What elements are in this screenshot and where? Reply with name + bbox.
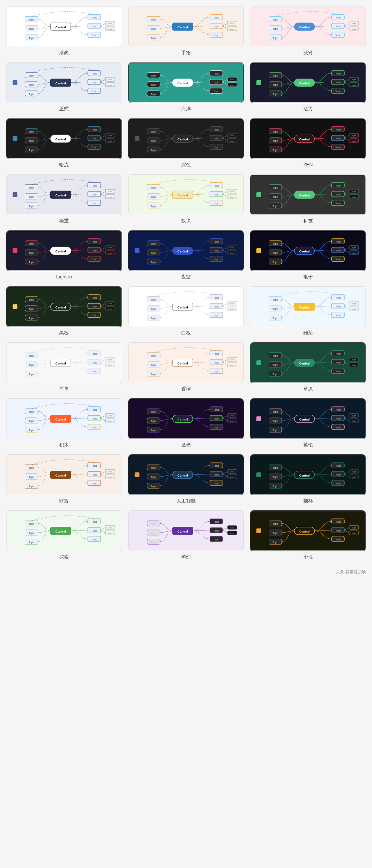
- theme-item-caoyuan[interactable]: Topic Topic Topic Topic Topic Topic topi…: [250, 342, 366, 392]
- svg-text:topic: topic: [230, 308, 234, 310]
- svg-text:topic: topic: [108, 415, 112, 417]
- svg-text:Topic: Topic: [273, 299, 279, 301]
- theme-item-lighten[interactable]: Topic Topic Topic Topic Topic Topic topi…: [6, 230, 122, 280]
- theme-item-qinghuan[interactable]: Topic Topic Topic Topic Topic Topic topi…: [128, 510, 244, 560]
- svg-text:topic: topic: [230, 23, 234, 25]
- svg-text:Topic: Topic: [335, 538, 341, 541]
- svg-text:Central: Central: [177, 530, 188, 533]
- theme-item-youbei[interactable]: Topic Topic Topic Topic Topic Topic topi…: [250, 454, 366, 504]
- theme-item-zhuju[interactable]: Topic Topic Topic Topic Topic Topic topi…: [250, 286, 366, 336]
- theme-item-jimu[interactable]: Topic Topic Topic Topic Topic Topic topi…: [6, 398, 122, 448]
- theme-item-paidui[interactable]: Topic Topic Topic Topic Topic Topic topi…: [250, 6, 366, 56]
- svg-text:Topic: Topic: [213, 353, 219, 355]
- theme-item-gexing[interactable]: Topic Topic Topic Topic Topic Topic topi…: [250, 510, 366, 560]
- svg-text:Topic: Topic: [29, 299, 35, 301]
- svg-text:Topic: Topic: [29, 523, 35, 525]
- theme-label-youbei: 幽杯: [303, 498, 313, 504]
- theme-item-zen[interactable]: Topic Topic Topic Topic Topic Topic topi…: [250, 118, 366, 168]
- theme-item-jiandan[interactable]: Topic Topic Topic Topic Topic Topic topi…: [6, 342, 122, 392]
- themes-grid: Topic Topic Topic Topic Topic Topic topi…: [0, 0, 372, 566]
- svg-text:Topic: Topic: [91, 202, 97, 205]
- theme-item-anliu[interactable]: Topic Topic Topic Topic Topic Topic topi…: [6, 118, 122, 168]
- theme-item-baiban[interactable]: Topic Topic Topic Topic Topic Topic topi…: [128, 286, 244, 336]
- svg-text:Topic: Topic: [213, 193, 219, 196]
- svg-text:Topic: Topic: [29, 205, 35, 208]
- svg-text:Topic: Topic: [335, 465, 341, 467]
- svg-text:Topic: Topic: [273, 373, 279, 376]
- svg-text:Topic: Topic: [213, 521, 219, 523]
- svg-text:Topic: Topic: [91, 314, 97, 317]
- svg-text:Topic: Topic: [29, 37, 35, 40]
- svg-text:topic: topic: [108, 23, 112, 25]
- theme-item-xiangluo[interactable]: Topic Topic Topic Topic Topic Topic topi…: [128, 342, 244, 392]
- svg-text:Topic: Topic: [335, 305, 341, 308]
- svg-text:topic: topic: [108, 191, 112, 193]
- svg-text:topic: topic: [230, 196, 234, 198]
- svg-text:Topic: Topic: [151, 411, 157, 413]
- svg-text:Topic: Topic: [151, 373, 157, 376]
- svg-text:Topic: Topic: [91, 137, 97, 140]
- theme-item-caifu[interactable]: Topic Topic Topic Topic Topic Topic topi…: [6, 454, 122, 504]
- theme-item-zhengshi[interactable]: Topic Topic Topic Topic Topic Topic topi…: [6, 62, 122, 112]
- svg-text:Topic: Topic: [213, 473, 219, 476]
- svg-text:Topic: Topic: [151, 485, 157, 488]
- svg-rect-433: [256, 360, 261, 365]
- theme-label-qingshuang: 清爽: [59, 50, 69, 56]
- theme-item-tansuo[interactable]: Topic Topic Topic Topic Topic Topic topi…: [6, 510, 122, 560]
- svg-text:Central: Central: [299, 418, 310, 421]
- svg-text:Topic: Topic: [91, 473, 97, 476]
- theme-preview-gexing: Topic Topic Topic Topic Topic Topic topi…: [250, 510, 366, 551]
- svg-text:Central: Central: [55, 474, 66, 477]
- theme-item-heiban[interactable]: Topic Topic Topic Topic Topic Topic topi…: [6, 286, 122, 336]
- theme-item-dianzi[interactable]: Topic Topic Topic Topic Topic Topic topi…: [250, 230, 366, 280]
- theme-preview-zen: Topic Topic Topic Topic Topic Topic topi…: [250, 118, 366, 159]
- theme-item-yekong[interactable]: Topic Topic Topic Topic Topic Topic topi…: [128, 230, 244, 280]
- theme-item-shense[interactable]: Topic Topic Topic Topic Topic Topic topi…: [128, 118, 244, 168]
- svg-rect-540: [134, 472, 139, 477]
- theme-preview-zhengshi: Topic Topic Topic Topic Topic Topic topi…: [6, 62, 122, 103]
- theme-item-jiguang[interactable]: Topic Topic Topic Topic Topic Topic topi…: [128, 398, 244, 448]
- svg-text:topic: topic: [230, 532, 234, 534]
- svg-rect-239: [256, 192, 261, 197]
- svg-text:Topic: Topic: [213, 81, 219, 84]
- theme-item-rengong[interactable]: Topic Topic Topic Topic Topic Topic topi…: [128, 454, 244, 504]
- theme-preview-dianzi: Topic Topic Topic Topic Topic Topic topi…: [250, 230, 366, 271]
- theme-item-shohui[interactable]: Topic Topic Topic Topic Topic Topic topi…: [128, 6, 244, 56]
- theme-preview-tansuo: Topic Topic Topic Topic Topic Topic topi…: [6, 510, 122, 551]
- theme-item-qingshuang[interactable]: Topic Topic Topic Topic Topic Topic topi…: [6, 6, 122, 56]
- svg-text:topic: topic: [230, 364, 234, 366]
- svg-text:Central: Central: [55, 530, 66, 533]
- svg-text:Central: Central: [299, 474, 310, 477]
- svg-text:Topic: Topic: [213, 426, 219, 429]
- svg-text:topic: topic: [352, 420, 356, 422]
- svg-text:Topic: Topic: [29, 420, 35, 423]
- svg-text:Topic: Topic: [151, 130, 157, 133]
- svg-text:Topic: Topic: [29, 84, 35, 86]
- theme-preview-haiyang: Topic Topic Topic Topic Topic Topic topi…: [128, 62, 244, 103]
- theme-item-wenzhong[interactable]: Topic Topic Topic Topic Topic Topic topi…: [6, 174, 122, 224]
- svg-text:Topic: Topic: [335, 529, 341, 532]
- svg-text:Topic: Topic: [91, 34, 97, 37]
- theme-item-yinglun[interactable]: Topic Topic Topic Topic Topic Topic topi…: [250, 398, 366, 448]
- svg-text:Topic: Topic: [213, 146, 219, 149]
- svg-text:Topic: Topic: [29, 317, 35, 320]
- svg-text:Topic: Topic: [213, 249, 219, 252]
- theme-item-huoli[interactable]: Topic Topic Topic Topic Topic Topic topi…: [250, 62, 366, 112]
- svg-text:topic: topic: [352, 191, 356, 193]
- svg-rect-562: [256, 472, 261, 477]
- svg-text:Topic: Topic: [335, 137, 341, 140]
- theme-item-huankuai[interactable]: Topic Topic Topic Topic Topic Topic topi…: [128, 174, 244, 224]
- theme-label-lighten: Lighten: [56, 274, 72, 279]
- theme-preview-yekong: Topic Topic Topic Topic Topic Topic topi…: [128, 230, 244, 271]
- svg-text:topic: topic: [352, 79, 356, 81]
- theme-item-haiyang[interactable]: Topic Topic Topic Topic Topic Topic topi…: [128, 62, 244, 112]
- svg-text:Topic: Topic: [91, 482, 97, 485]
- theme-item-keji[interactable]: Topic Topic Topic Topic Topic Topic topi…: [250, 174, 366, 224]
- svg-text:Topic: Topic: [91, 258, 97, 261]
- svg-text:Topic: Topic: [91, 529, 97, 532]
- theme-label-shohui: 手绘: [181, 50, 191, 56]
- svg-rect-305: [256, 248, 261, 253]
- theme-label-dianzi: 电子: [303, 274, 313, 280]
- theme-label-caoyuan: 草原: [303, 386, 313, 392]
- svg-text:Topic: Topic: [213, 482, 219, 485]
